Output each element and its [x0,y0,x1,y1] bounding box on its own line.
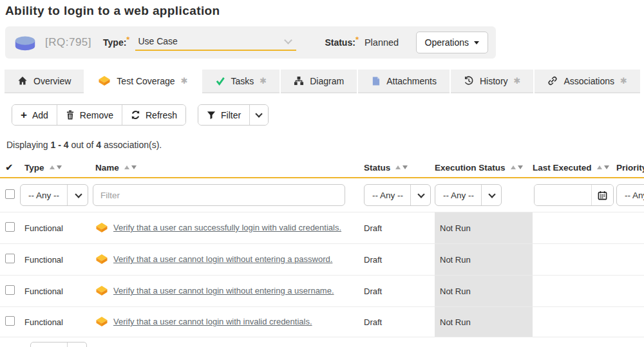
sort-asc-icon[interactable] [597,165,602,169]
tab-bar: Overview Test Coverage ✱ Tasks ✱ D [5,70,644,93]
row-checkbox[interactable] [5,222,15,232]
summary-total: 4 [96,140,101,150]
unsaved-marker: ✱ [181,76,188,86]
summary-text: Displaying [6,140,48,150]
column-label: Type [24,163,44,173]
tab-associations[interactable]: Associations ✱ [535,70,640,93]
refresh-icon [131,110,140,120]
artifact-header-bar: [RQ:795] Type:* Use Case Status:* Planne… [5,26,496,59]
remove-label: Remove [80,110,113,120]
row-type: Functional [24,286,63,296]
sort-desc-icon[interactable] [57,165,62,169]
trash-icon [66,110,75,120]
tab-attachments[interactable]: Attachments [358,70,450,93]
tab-label: Overview [33,76,71,86]
tab-diagram[interactable]: Diagram [281,70,357,93]
task-check-icon [215,76,225,86]
column-label: Name [95,163,119,173]
unsaved-marker: ✱ [514,76,521,86]
test-case-link[interactable]: Verify that a user cannot login without … [113,286,334,295]
sort-desc-icon[interactable] [131,165,137,169]
tab-tasks[interactable]: Tasks ✱ [202,70,280,93]
dropdown-value: -- Any -- [28,191,59,200]
divider [67,185,68,205]
row-execution-status: Not Run [440,317,471,327]
column-header-last-executed: Last Executed [533,163,616,173]
tab-label: Test Coverage [117,76,175,86]
row-checkbox[interactable] [5,254,15,263]
sort-desc-icon[interactable] [604,165,609,169]
summary-text: out of [71,140,93,150]
filter-funnel-icon [207,111,216,120]
sort-asc-icon[interactable] [50,165,55,169]
last-executed-filter-date[interactable] [534,184,614,206]
table-body: Functional Verify that a user can succes… [0,212,644,337]
add-button[interactable]: + Add [12,105,57,125]
filter-row-checkbox[interactable] [5,189,15,199]
test-case-link[interactable]: Verify that a user can successfully logi… [113,223,341,232]
table-header-row: ✔ Type Name Status Execution Status Last… [0,158,644,178]
chevron-down-icon [255,110,262,117]
grid-toolbar: + Add Remove [12,104,644,126]
type-dropdown[interactable]: Use Case [135,34,296,51]
pagination-dropdown-clipped[interactable] [30,342,87,347]
row-type: Functional [24,255,63,265]
tab-label: Diagram [310,76,344,86]
tab-test-coverage[interactable]: Test Coverage ✱ [85,70,200,93]
column-header-priority: Priority [616,163,644,173]
sort-asc-icon[interactable] [511,165,516,169]
test-case-link[interactable]: Verify that a user cannot login with inv… [113,317,312,326]
refresh-label: Refresh [146,110,177,120]
sort-asc-icon[interactable] [395,165,401,169]
tab-overview[interactable]: Overview [5,70,84,93]
tab-label: Associations [564,76,614,86]
sort-asc-icon[interactable] [124,165,129,169]
execution-status-filter-dropdown[interactable]: -- Any -- [435,184,502,206]
column-header-name: Name [95,163,364,173]
test-case-icon [95,222,108,233]
sort-desc-icon[interactable] [518,165,523,169]
row-execution-status: Not Run [440,255,471,265]
row-type: Functional [24,317,63,327]
row-status: Draft [364,317,382,327]
unsaved-marker: ✱ [620,76,627,86]
name-filter-input[interactable] [93,184,345,206]
required-marker: * [355,35,359,44]
test-coverage-box-icon [98,75,111,86]
refresh-button[interactable]: Refresh [122,105,185,125]
remove-button[interactable]: Remove [57,105,122,125]
chevron-down-icon [75,191,82,198]
chevron-down-icon [285,36,293,44]
summary-text: association(s). [104,140,162,150]
summary-range: 1 - 4 [50,140,68,150]
date-input[interactable] [535,185,591,205]
chevron-down-icon [417,191,424,198]
divider [481,185,482,205]
test-case-icon [95,254,108,265]
home-icon [17,76,28,86]
column-header-execution-status: Execution Status [435,163,533,173]
dropdown-value: -- Any -- [443,191,474,200]
plus-icon: + [21,109,27,120]
operations-button[interactable]: Operations [416,32,488,53]
type-filter-dropdown[interactable]: -- Any -- [20,184,88,206]
status-value: Planned [365,37,399,48]
row-status: Draft [364,223,382,233]
priority-filter-dropdown[interactable]: -- Any -- [616,184,644,206]
test-case-icon [95,316,108,327]
test-case-link[interactable]: Verify that a user cannot login without … [113,254,332,264]
column-label: Execution Status [435,163,506,173]
row-checkbox[interactable] [5,316,15,326]
filter-button[interactable]: Filter [198,105,249,125]
tab-history[interactable]: History ✱ [451,70,533,93]
sort-desc-icon[interactable] [402,165,408,169]
select-all-check-icon[interactable]: ✔ [5,162,14,173]
filter-menu-button[interactable] [249,105,268,125]
divider [410,185,411,205]
status-filter-dropdown[interactable]: -- Any -- [364,184,431,206]
calendar-icon[interactable] [591,185,613,205]
row-checkbox[interactable] [5,285,15,295]
column-label: Status [364,163,390,173]
association-link-icon [547,76,558,86]
tab-label: History [480,76,508,86]
